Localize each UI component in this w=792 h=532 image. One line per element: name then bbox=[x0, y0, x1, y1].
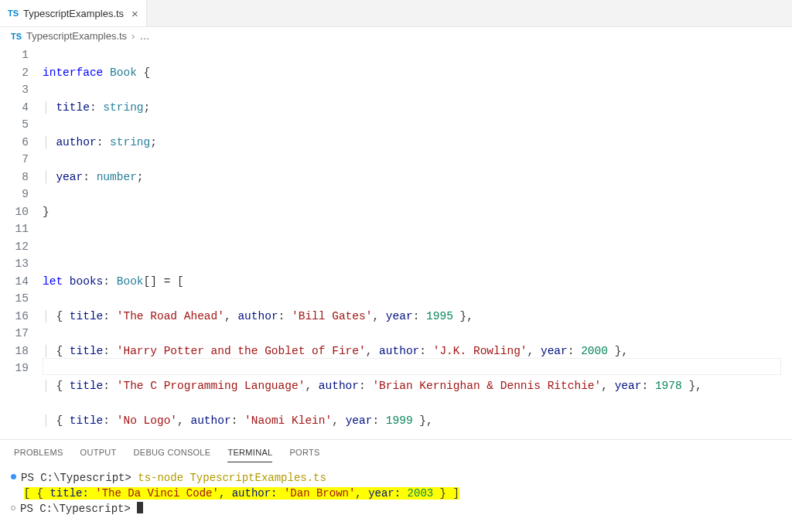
code-line: interface Book { bbox=[43, 64, 792, 82]
typescript-file-icon: TS bbox=[8, 9, 19, 18]
active-terminal-icon bbox=[11, 474, 16, 479]
code-line: } bbox=[43, 203, 792, 221]
code-line: │ { title: 'The C Programming Language',… bbox=[43, 377, 792, 395]
tab-problems[interactable]: PROBLEMS bbox=[14, 448, 63, 462]
tab-debug-console[interactable]: DEBUG CONSOLE bbox=[134, 448, 211, 462]
code-line: │ year: number; bbox=[43, 169, 792, 186]
tab-filename: TypescriptExamples.ts bbox=[23, 8, 124, 19]
code-line: │ { title: 'No Logo', author: 'Naomi Kle… bbox=[43, 412, 792, 430]
bottom-panel: PROBLEMS OUTPUT DEBUG CONSOLE TERMINAL P… bbox=[0, 439, 792, 532]
idle-terminal-icon bbox=[11, 506, 15, 510]
chevron-right-icon: › bbox=[131, 30, 135, 42]
close-icon[interactable]: × bbox=[131, 7, 138, 20]
terminal-cursor bbox=[137, 502, 143, 513]
terminal-line: PS C:\Typescript> bbox=[11, 501, 781, 517]
code-line bbox=[43, 238, 792, 256]
tab-terminal[interactable]: TERMINAL bbox=[227, 448, 272, 462]
breadcrumb-more: … bbox=[139, 30, 149, 42]
tab-bar: TS TypescriptExamples.ts × bbox=[0, 0, 792, 27]
code-line: │ title: string; bbox=[43, 99, 792, 117]
terminal-line: PS C:\Typescript> ts-node TypescriptExam… bbox=[11, 470, 781, 486]
breadcrumb-file: TypescriptExamples.ts bbox=[26, 30, 127, 42]
tab-ports[interactable]: PORTS bbox=[289, 448, 319, 462]
panel-tab-bar: PROBLEMS OUTPUT DEBUG CONSOLE TERMINAL P… bbox=[0, 440, 792, 462]
terminal[interactable]: PS C:\Typescript> ts-node TypescriptExam… bbox=[0, 462, 792, 517]
editor-tab[interactable]: TS TypescriptExamples.ts × bbox=[0, 0, 147, 26]
tab-output[interactable]: OUTPUT bbox=[80, 448, 117, 462]
breadcrumb[interactable]: TS TypescriptExamples.ts › … bbox=[0, 27, 792, 45]
terminal-output-line: [ { title: 'The Da Vinci Code', author: … bbox=[11, 486, 781, 501]
code-line: let books: Book[] = [ bbox=[43, 273, 792, 291]
code-line: │ { title: 'Harry Potter and the Goblet … bbox=[43, 343, 792, 360]
typescript-file-icon: TS bbox=[11, 32, 22, 41]
code-line: │ { title: 'The Road Ahead', author: 'Bi… bbox=[43, 308, 792, 326]
code-line: │ author: string; bbox=[43, 134, 792, 152]
